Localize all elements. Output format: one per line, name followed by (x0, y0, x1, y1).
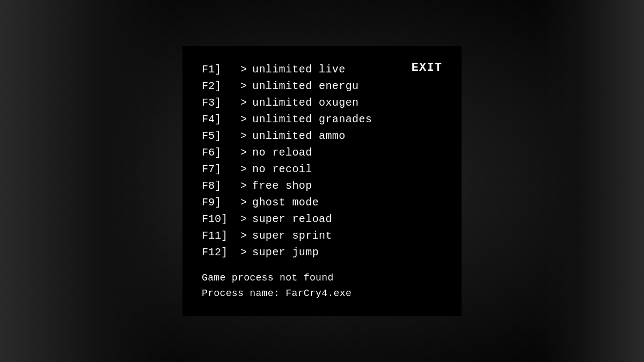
menu-item-key: F2] (202, 78, 240, 94)
menu-item-arrow: > (240, 227, 247, 244)
status-line-1: Game process not found (202, 270, 442, 286)
menu-item-key: F9] (202, 194, 240, 211)
menu-item-label: no reload (252, 144, 312, 161)
menu-item-key: F1] (202, 61, 240, 78)
menu-item-label: super sprint (252, 227, 332, 244)
menu-item[interactable]: F9] > ghost mode (202, 194, 442, 211)
menu-item-label: unlimited live (252, 61, 346, 78)
menu-item-label: free shop (252, 178, 312, 194)
status-section: Game process not found Process name: Far… (202, 270, 442, 301)
menu-item[interactable]: F11] > super sprint (202, 227, 442, 244)
cheat-menu: EXIT F1] > unlimited liveF2] > unlimited… (182, 46, 462, 316)
menu-item-arrow: > (240, 178, 247, 194)
menu-item[interactable]: F12] > super jump (202, 244, 442, 261)
menu-item-arrow: > (240, 128, 247, 144)
menu-item-arrow: > (240, 94, 247, 111)
menu-item[interactable]: F3] > unlimited oxugen (202, 94, 442, 111)
menu-item-arrow: > (240, 78, 247, 94)
menu-item[interactable]: F4] > unlimited granades (202, 111, 442, 128)
menu-item-arrow: > (240, 194, 247, 211)
menu-item[interactable]: F10] > super reload (202, 211, 442, 227)
status-line-2: Process name: FarCry4.exe (202, 286, 442, 301)
menu-item-key: F8] (202, 178, 240, 194)
menu-item[interactable]: F8] > free shop (202, 178, 442, 194)
menu-item-key: F3] (202, 94, 240, 111)
menu-item-key: F7] (202, 161, 240, 178)
menu-item-label: unlimited granades (252, 111, 372, 128)
right-panel (537, 0, 644, 362)
menu-item-label: unlimited energu (252, 78, 358, 94)
menu-item-arrow: > (240, 244, 247, 261)
menu-item-label: unlimited ammo (252, 128, 346, 144)
menu-items-list: F1] > unlimited liveF2] > unlimited ener… (202, 61, 442, 261)
menu-item[interactable]: F7] > no recoil (202, 161, 442, 178)
menu-item[interactable]: F5] > unlimited ammo (202, 128, 442, 144)
menu-item[interactable]: F6] > no reload (202, 144, 442, 161)
menu-item-key: F6] (202, 144, 240, 161)
menu-item-label: no recoil (252, 161, 312, 178)
menu-item-key: F11] (202, 227, 240, 244)
menu-item-arrow: > (240, 111, 247, 128)
menu-item[interactable]: F2] > unlimited energu (202, 78, 442, 94)
menu-item-label: super jump (252, 244, 319, 261)
menu-item-arrow: > (240, 161, 247, 178)
left-panel (0, 0, 172, 362)
menu-item[interactable]: F1] > unlimited live (202, 61, 442, 78)
menu-item-label: super reload (252, 211, 332, 227)
menu-item-key: F5] (202, 128, 240, 144)
menu-item-arrow: > (240, 211, 247, 227)
menu-item-arrow: > (240, 61, 247, 78)
menu-item-key: F4] (202, 111, 240, 128)
menu-item-arrow: > (240, 144, 247, 161)
menu-item-label: ghost mode (252, 194, 319, 211)
menu-item-key: F10] (202, 211, 240, 227)
menu-item-label: unlimited oxugen (252, 94, 358, 111)
menu-item-key: F12] (202, 244, 240, 261)
